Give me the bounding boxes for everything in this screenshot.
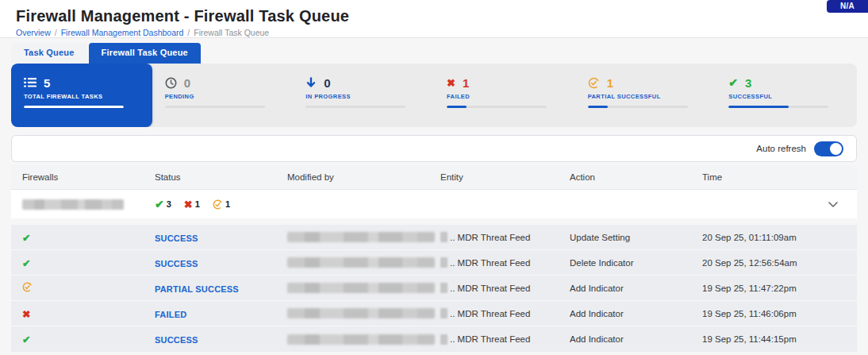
table-row[interactable]: ✔ SUCCESS .. MDR Threat Feed Add Indicat… xyxy=(11,326,857,352)
breadcrumb-overview[interactable]: Overview xyxy=(16,28,51,37)
redacted-modified-by xyxy=(287,334,435,345)
failed-count: 1 xyxy=(195,199,200,209)
entity-cell: .. MDR Threat Feed xyxy=(450,334,530,344)
redacted-modified-by xyxy=(287,308,435,318)
stat-label: TOTAL FIREWALL TASKS xyxy=(24,93,140,100)
breadcrumb-separator: / xyxy=(187,28,190,37)
check-icon: ✔ xyxy=(22,258,30,269)
chevron-down-icon xyxy=(828,202,838,207)
breadcrumb-dashboard[interactable]: Firewall Management Dashboard xyxy=(61,28,184,37)
status-link[interactable]: SUCCESS xyxy=(155,233,198,243)
stat-total-firewall-tasks[interactable]: 5 TOTAL FIREWALL TASKS xyxy=(11,64,152,127)
tab-task-queue[interactable]: Task Queue xyxy=(11,43,87,64)
time-cell: 19 Sep 25, 11:46:06pm xyxy=(702,309,857,318)
table-row[interactable]: ✔ SUCCESS .. MDR Threat Feed Delete Indi… xyxy=(11,250,857,276)
list-icon xyxy=(24,77,36,88)
partial-check-icon xyxy=(22,282,33,292)
stat-label: IN PROGRESS xyxy=(305,93,421,100)
task-table: Firewalls Status Modified by Entity Acti… xyxy=(11,165,857,352)
auto-refresh-label: Auto refresh xyxy=(756,144,806,153)
stat-label: SUCCESSFUL xyxy=(728,93,844,100)
action-cell: Add Indicator xyxy=(570,334,702,344)
status-badge: N/A xyxy=(827,0,868,13)
check-icon: ✔ xyxy=(22,233,30,244)
stat-label: PENDING xyxy=(165,93,281,100)
stat-value: 1 xyxy=(607,76,613,90)
breadcrumb: Overview / Firewall Management Dashboard… xyxy=(16,28,852,37)
stats-panel: 5 TOTAL FIREWALL TASKS 0 PENDING 0 IN PR… xyxy=(11,64,857,127)
arrow-down-icon xyxy=(305,77,317,89)
check-icon: ✔ xyxy=(728,77,738,88)
stat-label: PARTIAL SUCCESSFUL xyxy=(588,93,704,100)
status-link[interactable]: PARTIAL SUCCESS xyxy=(155,284,239,294)
x-icon: ✖ xyxy=(22,309,30,320)
col-header-modified-by: Modified by xyxy=(287,172,440,182)
task-rows: ✔ SUCCESS .. MDR Threat Feed Update Sett… xyxy=(11,225,857,352)
table-row[interactable]: PARTIAL SUCCESS .. MDR Threat Feed Add I… xyxy=(11,276,857,301)
x-icon: ✖ xyxy=(184,199,193,210)
breadcrumb-separator: / xyxy=(55,28,57,37)
tabs-bar: Task Queue Firewall Task Queue xyxy=(11,43,868,64)
redacted-entity-prefix xyxy=(440,308,447,318)
stat-pending[interactable]: 0 PENDING xyxy=(152,64,294,127)
partial-check-icon xyxy=(213,199,223,210)
breadcrumb-current: Firewall Task Queue xyxy=(194,28,269,37)
page-title: Firewall Management - Firewall Task Queu… xyxy=(16,7,852,25)
page-header: Firewall Management - Firewall Task Queu… xyxy=(0,0,868,38)
check-icon: ✔ xyxy=(22,334,30,345)
stat-progress xyxy=(588,106,608,108)
firewall-group-row[interactable]: ✔ 3 ✖ 1 1 xyxy=(11,190,857,218)
stat-partial-successful[interactable]: 1 PARTIAL SUCCESSFUL xyxy=(575,64,716,127)
stat-value: 3 xyxy=(745,76,751,90)
expand-chevron[interactable] xyxy=(828,202,857,207)
entity-cell: .. MDR Threat Feed xyxy=(450,258,530,268)
stat-value: 1 xyxy=(463,76,469,90)
col-header-status: Status xyxy=(155,172,287,182)
status-summary: ✔ 3 ✖ 1 1 xyxy=(155,199,287,210)
clock-icon xyxy=(165,77,177,89)
action-cell: Add Indicator xyxy=(570,309,702,318)
redacted-firewall-name xyxy=(22,199,124,210)
redacted-entity-prefix xyxy=(440,257,447,268)
check-icon: ✔ xyxy=(155,199,164,210)
time-cell: 20 Sep 25, 01:11:09am xyxy=(702,233,857,242)
table-row[interactable]: ✔ SUCCESS .. MDR Threat Feed Update Sett… xyxy=(11,225,857,250)
partial-check-icon xyxy=(588,77,600,89)
time-cell: 20 Sep 25, 12:56:54am xyxy=(702,258,857,268)
stat-in-progress[interactable]: 0 IN PROGRESS xyxy=(293,64,434,127)
table-row[interactable]: ✖ FAILED .. MDR Threat Feed Add Indicato… xyxy=(11,301,857,326)
stat-progress xyxy=(24,106,124,108)
toggle-knob xyxy=(830,143,842,155)
col-header-time: Time xyxy=(702,172,857,182)
tab-firewall-task-queue[interactable]: Firewall Task Queue xyxy=(89,43,201,64)
stat-failed[interactable]: ✖ 1 FAILED xyxy=(434,64,575,127)
status-link[interactable]: FAILED xyxy=(155,310,186,319)
entity-cell: .. MDR Threat Feed xyxy=(450,233,530,242)
partial-count: 1 xyxy=(225,199,230,209)
action-cell: Delete Indicator xyxy=(570,258,702,268)
col-header-entity: Entity xyxy=(440,172,570,182)
time-cell: 19 Sep 25, 11:47:22pm xyxy=(702,284,857,293)
redacted-modified-by xyxy=(287,283,435,293)
redacted-entity-prefix xyxy=(440,334,447,345)
stat-value: 0 xyxy=(184,76,190,90)
action-cell: Add Indicator xyxy=(570,284,702,293)
stat-progress xyxy=(447,106,467,108)
stat-successful[interactable]: ✔ 3 SUCCESSFUL xyxy=(716,64,857,127)
status-link[interactable]: SUCCESS xyxy=(155,259,198,268)
redacted-entity-prefix xyxy=(440,232,447,242)
stat-value: 5 xyxy=(44,76,50,90)
col-header-firewalls: Firewalls xyxy=(22,172,155,182)
stat-label: FAILED xyxy=(447,93,563,100)
redacted-modified-by xyxy=(287,232,435,242)
success-count: 3 xyxy=(167,199,171,209)
stat-value: 0 xyxy=(324,76,330,90)
status-link[interactable]: SUCCESS xyxy=(155,335,198,345)
col-header-action: Action xyxy=(570,172,702,182)
x-icon: ✖ xyxy=(447,78,455,88)
action-cell: Update Setting xyxy=(570,233,702,242)
redacted-modified-by xyxy=(287,257,435,268)
entity-cell: .. MDR Threat Feed xyxy=(450,309,530,318)
table-header-row: Firewalls Status Modified by Entity Acti… xyxy=(11,165,857,190)
auto-refresh-toggle[interactable] xyxy=(814,141,843,156)
